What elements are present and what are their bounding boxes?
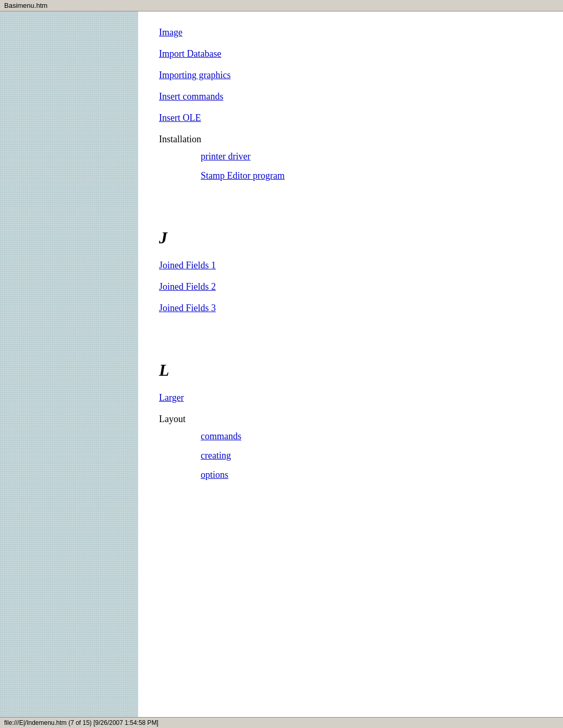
image-link[interactable]: Image bbox=[159, 27, 182, 38]
insert-ole-link[interactable]: Insert OLE bbox=[159, 113, 201, 123]
list-item: Insert commands bbox=[159, 91, 547, 102]
installation-children: printer driver Stamp Editor program bbox=[201, 151, 547, 181]
status-text: file:///E|/Indemenu.htm (7 of 15) [9/26/… bbox=[4, 719, 158, 726]
list-item: Joined Fields 3 bbox=[159, 303, 547, 314]
list-item: Insert OLE bbox=[159, 113, 547, 124]
list-item: printer driver bbox=[201, 151, 547, 162]
stamp-editor-link[interactable]: Stamp Editor program bbox=[201, 170, 285, 181]
layout-label: Layout bbox=[159, 414, 547, 425]
sidebar bbox=[0, 11, 138, 720]
list-item: Import Database bbox=[159, 48, 547, 59]
section-j-header: J bbox=[159, 228, 547, 248]
list-item: Joined Fields 1 bbox=[159, 260, 547, 271]
layout-options-link[interactable]: options bbox=[201, 470, 228, 480]
section-i-group: Image Import Database Importing graphics… bbox=[159, 27, 547, 181]
section-j-group: J Joined Fields 1 Joined Fields 2 Joined… bbox=[159, 228, 547, 314]
larger-link[interactable]: Larger bbox=[159, 392, 184, 403]
content-area: Image Import Database Importing graphics… bbox=[138, 11, 563, 720]
spacer bbox=[159, 329, 547, 350]
section-l-group: L Larger Layout commands creating option… bbox=[159, 361, 547, 480]
list-item: Importing graphics bbox=[159, 70, 547, 81]
title-text: Basimenu.htm bbox=[4, 2, 47, 9]
main-layout: Image Import Database Importing graphics… bbox=[0, 11, 563, 720]
list-item: Image bbox=[159, 27, 547, 38]
list-item: Larger bbox=[159, 392, 547, 403]
installation-group: Installation printer driver Stamp Editor… bbox=[159, 134, 547, 181]
spacer bbox=[159, 197, 547, 218]
list-item: creating bbox=[201, 450, 547, 461]
printer-driver-link[interactable]: printer driver bbox=[201, 151, 250, 162]
list-item: options bbox=[201, 470, 547, 480]
joined-fields-2-link[interactable]: Joined Fields 2 bbox=[159, 281, 216, 292]
layout-group: Layout commands creating options bbox=[159, 414, 547, 480]
import-database-link[interactable]: Import Database bbox=[159, 48, 221, 59]
list-item: Joined Fields 2 bbox=[159, 281, 547, 292]
title-bar: Basimenu.htm bbox=[0, 0, 563, 11]
insert-commands-link[interactable]: Insert commands bbox=[159, 91, 223, 102]
installation-label: Installation bbox=[159, 134, 547, 145]
layout-creating-link[interactable]: creating bbox=[201, 450, 231, 461]
section-l-header: L bbox=[159, 361, 547, 380]
layout-commands-link[interactable]: commands bbox=[201, 431, 241, 441]
layout-children: commands creating options bbox=[201, 431, 547, 480]
importing-graphics-link[interactable]: Importing graphics bbox=[159, 70, 230, 80]
status-bar: file:///E|/Indemenu.htm (7 of 15) [9/26/… bbox=[0, 717, 563, 728]
list-item: Stamp Editor program bbox=[201, 170, 547, 181]
joined-fields-3-link[interactable]: Joined Fields 3 bbox=[159, 303, 216, 313]
list-item: commands bbox=[201, 431, 547, 442]
joined-fields-1-link[interactable]: Joined Fields 1 bbox=[159, 260, 216, 270]
